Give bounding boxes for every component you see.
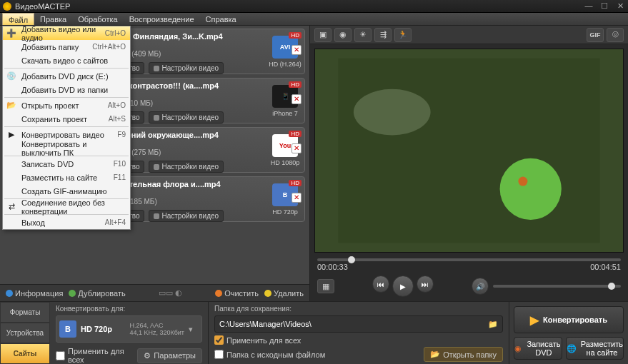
menu-item-14[interactable]: Разместить на сайтеF11 [3,171,130,184]
open-folder-button[interactable]: 📂Открыть папку [424,347,503,362]
play-button[interactable]: ▶ [392,275,414,297]
effects-icon[interactable]: ◉ [334,28,352,42]
menu-item-1[interactable]: Добавить папкуCtrl+Alt+O [3,40,130,54]
format-label: iPhone 7 [272,110,298,117]
next-button[interactable]: ⏭ [417,275,434,293]
menu-item-7[interactable]: 📂Открыть проектAlt+O [3,98,130,112]
delete-button[interactable]: Удалить [264,289,304,298]
preview-pane: ▣ ◉ ☀ ⇶ 🏃 GIF ⦾ 00:00:33 00:04:51 ▦ ⏮ ▶ … [310,26,628,301]
blank-icon [6,143,17,154]
menu-item-5[interactable]: Добавить DVD из папки [3,83,130,96]
snapshot-icon[interactable]: ⦾ [607,28,624,42]
settings-button[interactable]: Настройки видео [149,62,224,74]
minimize-button[interactable]: — [584,1,594,11]
remove-file-button[interactable]: ✕ [291,94,301,104]
frame-icon[interactable]: ▦ [317,279,334,293]
menu-playback[interactable]: Воспроизведение [124,13,200,25]
menu-file[interactable]: Файл [2,13,34,25]
titlebar: ВидеоМАСТЕР — ☐ ✕ [0,0,628,13]
settings-button[interactable]: Настройки видео [149,161,224,173]
crop-icon[interactable]: ▣ [314,28,332,42]
hd-badge: HD [289,131,301,137]
blank-icon [6,41,17,53]
remove-file-button[interactable]: ✕ [291,143,301,153]
view-toggle-icon[interactable]: ▭▭ ◐ [159,288,182,298]
menu-item-19[interactable]: ВыходAlt+F4 [3,216,130,229]
play-icon: ▶ [6,129,17,141]
convert-panel: Конвертировать для: B HD 720p H.264, AAC… [50,302,209,364]
gif-button[interactable]: GIF [587,28,604,42]
blank-icon [6,172,17,183]
blank-icon [6,84,17,96]
settings-button[interactable]: Настройки видео [149,111,224,123]
brightness-icon[interactable]: ☀ [354,28,372,42]
folder-label: Папка для сохранения: [214,305,503,313]
add-icon: ➕ [6,28,17,39]
menu-item-15[interactable]: Создать GIF-анимацию [3,184,130,198]
folder-icon: 📂 [6,100,17,111]
menu-edit[interactable]: Правка [34,13,72,25]
folder-panel: Папка для сохранения: C:\Users\Manager\V… [209,302,509,364]
join-icon: ⇄ [6,201,17,213]
dvd-icon: 💿 [6,71,17,82]
menubar: Файл Правка Обработка Воспроизведение Сп… [0,13,628,26]
tab-devices[interactable]: Устройства [0,323,50,343]
volume-slider[interactable] [493,285,622,288]
duplicate-button[interactable]: Дублировать [69,289,125,298]
seek-slider[interactable] [317,258,621,261]
output-path[interactable]: C:\Users\Manager\Videos\ 📁 [214,315,503,333]
menu-item-13[interactable]: Записать DVDF10 [3,157,130,171]
remove-file-button[interactable]: ✕ [291,193,301,203]
format-selector[interactable]: B HD 720p H.264, AAC 44,1 KHz, 320Кбит ▾ [56,315,202,343]
format-tabs: Форматы Устройства Сайты [0,302,50,364]
info-button[interactable]: Информация [6,289,63,298]
menu-process[interactable]: Обработка [72,13,123,25]
format-label: HD (H.264) [269,61,301,68]
format-label: HD 720p [272,208,298,216]
menu-item-17[interactable]: ⇄Соединение видео без конвертации [3,200,130,213]
menu-item-8[interactable]: Сохранить проектAlt+S [3,112,130,126]
action-panel: ▶Конвертировать ◉Записать DVD 🌐Разместит… [509,302,628,364]
tab-formats[interactable]: Форматы [0,302,50,323]
folder-apply-all-checkbox[interactable]: Применить для всех [214,335,301,345]
prev-button[interactable]: ⏮ [372,275,389,293]
chevron-down-icon[interactable]: ▾ [189,325,199,334]
window-title: ВидеоМАСТЕР [15,2,584,11]
convert-label: Конвертировать для: [56,305,202,313]
list-toolbar: Информация Дублировать ▭▭ ◐ Очистить Уда… [0,284,309,301]
clear-button[interactable]: Очистить [215,289,259,298]
time-total: 00:04:51 [590,263,621,271]
source-folder-checkbox[interactable]: Папка с исходным файлом [214,350,325,359]
motion-icon[interactable]: 🏃 [394,28,412,42]
upload-button[interactable]: 🌐Разместить на сайте [566,337,624,360]
format-label: HD 1080p [271,159,300,166]
menu-item-11[interactable]: Конвертировать и выключить ПК [3,141,130,155]
menu-help[interactable]: Справка [200,13,242,25]
blank-icon [6,113,17,125]
file-dropdown: ➕Добавить видео или аудиоCtrl+OДобавить … [2,26,131,230]
dvd-icon: ◉ [514,344,522,353]
blank-icon [6,55,17,66]
convert-button[interactable]: ▶Конвертировать [514,306,624,333]
blank-icon [6,158,17,170]
menu-item-2[interactable]: Скачать видео с сайтов [3,54,130,67]
settings-button[interactable]: Настройки видео [149,210,224,222]
tab-sites[interactable]: Сайты [0,343,50,364]
video-preview[interactable] [314,49,624,253]
burn-dvd-button[interactable]: ◉Записать DVD [514,337,562,360]
browse-icon[interactable]: 📁 [488,320,498,329]
remove-file-button[interactable]: ✕ [291,45,301,55]
menu-item-0[interactable]: ➕Добавить видео или аудиоCtrl+O [3,26,130,40]
blank-icon [6,217,17,228]
maximize-button[interactable]: ☐ [599,1,609,11]
blank-icon [6,186,17,197]
app-logo-icon [3,2,11,11]
params-button[interactable]: ⚙Параметры [137,348,202,363]
close-button[interactable]: ✕ [615,1,625,11]
menu-item-4[interactable]: 💿Добавить DVD диск (E:) [3,69,130,83]
time-current: 00:00:33 [317,263,348,271]
hd-badge: HD [289,32,301,39]
speed-icon[interactable]: ⇶ [374,28,392,42]
volume-icon[interactable]: 🔊 [472,278,489,295]
apply-all-checkbox[interactable]: Применить для всех [56,347,129,364]
